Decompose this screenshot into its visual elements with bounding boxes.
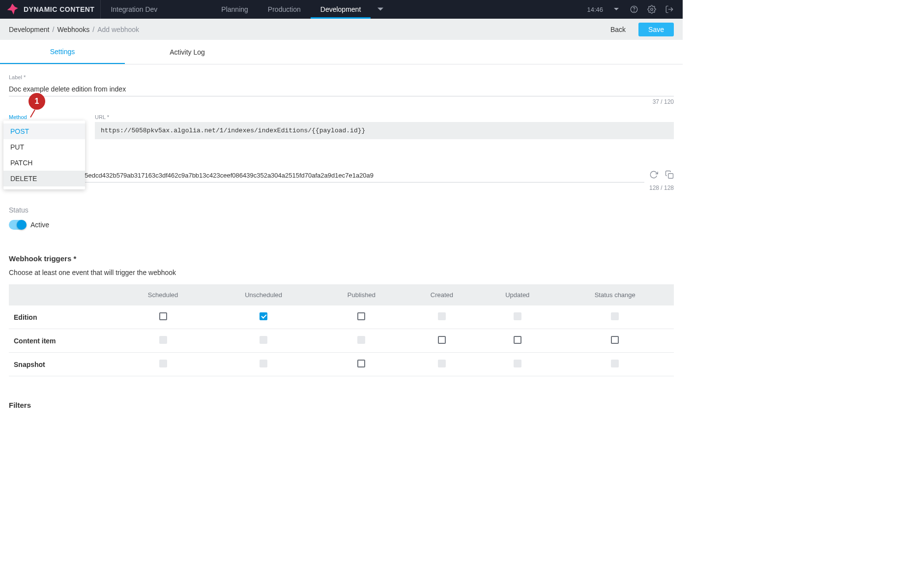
method-option-post[interactable]: POST — [3, 123, 85, 139]
trigger-cell — [117, 353, 209, 376]
trigger-cell — [405, 353, 479, 376]
trigger-cell — [405, 329, 479, 353]
copy-secret-icon[interactable] — [665, 170, 674, 181]
trigger-checkbox-disabled — [159, 360, 167, 367]
triggers-header-blank — [9, 284, 117, 305]
trigger-checkbox-disabled — [260, 360, 267, 367]
label-char-counter: 37 / 120 — [9, 98, 674, 105]
trigger-cell — [209, 353, 318, 376]
secret-actions — [649, 170, 674, 181]
trigger-cell — [479, 353, 556, 376]
trigger-checkbox[interactable] — [357, 360, 365, 367]
method-option-delete[interactable]: DELETE — [3, 171, 85, 186]
tab-settings[interactable]: Settings — [0, 40, 125, 64]
trigger-checkbox[interactable] — [514, 336, 521, 344]
status-label: Status — [9, 206, 674, 214]
trigger-checkbox-disabled — [611, 360, 619, 367]
method-option-put[interactable]: PUT — [3, 139, 85, 155]
tab-activity-log[interactable]: Activity Log — [125, 40, 250, 64]
trigger-row-name: Snapshot — [9, 353, 117, 376]
breadcrumb-sep: / — [53, 26, 55, 33]
triggers-header-status-change: Status change — [556, 284, 674, 305]
trigger-row-name: Edition — [9, 305, 117, 329]
trigger-cell — [209, 305, 318, 329]
trigger-row: Content item — [9, 329, 674, 353]
breadcrumb-mid[interactable]: Webhooks — [57, 26, 89, 33]
triggers-header-unscheduled: Unscheduled — [209, 284, 318, 305]
trigger-checkbox[interactable] — [438, 336, 446, 344]
clock: 14:46 — [587, 6, 603, 13]
nav-tab-planning[interactable]: Planning — [211, 0, 258, 19]
trigger-checkbox[interactable] — [260, 312, 267, 320]
triggers-header-created: Created — [405, 284, 479, 305]
settings-icon[interactable] — [647, 5, 656, 14]
brand-area: DYNAMIC CONTENT — [0, 0, 101, 19]
secret-value: '25b62e1aab9e95a984d145edcd432b579ab3171… — [9, 169, 644, 183]
trigger-checkbox-disabled — [357, 336, 365, 344]
hub-selector[interactable]: Integration Dev — [101, 5, 167, 13]
regenerate-secret-icon[interactable] — [649, 170, 658, 181]
method-field: Method POST PUT PATCH DELETE — [9, 114, 86, 122]
secret-char-counter: 128 / 128 — [9, 184, 674, 191]
breadcrumb-root[interactable]: Development — [9, 26, 50, 33]
url-field: URL * — [95, 114, 674, 139]
trigger-checkbox-disabled — [438, 360, 446, 367]
triggers-header-published: Published — [318, 284, 405, 305]
status-toggle-knob — [17, 220, 27, 230]
svg-rect-5 — [668, 174, 673, 179]
trigger-checkbox[interactable] — [159, 312, 167, 320]
trigger-cell — [556, 329, 674, 353]
triggers-title: Webhook triggers * — [9, 254, 674, 263]
nav-tab-development[interactable]: Development — [311, 0, 371, 19]
status-toggle[interactable] — [9, 220, 26, 230]
trigger-checkbox-disabled — [159, 336, 167, 344]
breadcrumb-sep: / — [92, 26, 94, 33]
label-input[interactable] — [9, 82, 674, 96]
url-input[interactable] — [95, 122, 674, 139]
breadcrumb-current: Add webhook — [97, 26, 139, 33]
trigger-row-name: Content item — [9, 329, 117, 353]
method-dropdown: POST PUT PATCH DELETE — [3, 121, 85, 189]
secret-field: '25b62e1aab9e95a984d145edcd432b579ab3171… — [9, 169, 674, 191]
trigger-cell — [318, 353, 405, 376]
trigger-checkbox[interactable] — [611, 336, 619, 344]
svg-point-2 — [634, 11, 635, 11]
save-button[interactable]: Save — [638, 23, 674, 36]
status-text: Active — [30, 221, 49, 229]
nav-more-dropdown[interactable] — [371, 0, 390, 19]
brand-text: DYNAMIC CONTENT — [24, 5, 94, 13]
back-button[interactable]: Back — [604, 23, 633, 36]
main-nav-tabs: Planning Production Development — [211, 0, 390, 19]
trigger-cell — [318, 305, 405, 329]
annotation-number: 1 — [35, 97, 39, 106]
time-dropdown-icon[interactable] — [612, 5, 621, 14]
triggers-subtitle: Choose at least one event that will trig… — [9, 269, 674, 276]
svg-marker-0 — [7, 3, 18, 14]
webhook-form: Label * 37 / 120 1 Method POST PUT PATCH… — [0, 64, 683, 427]
brand-logo-icon — [6, 3, 19, 16]
svg-point-3 — [651, 8, 653, 11]
trigger-cell — [479, 329, 556, 353]
logout-icon[interactable] — [665, 5, 674, 14]
url-field-label: URL * — [95, 114, 674, 120]
trigger-checkbox-disabled — [514, 312, 521, 320]
annotation-marker-1: 1 — [29, 93, 45, 110]
trigger-cell — [556, 305, 674, 329]
triggers-table: Scheduled Unscheduled Published Created … — [9, 284, 674, 376]
status-section: Status Active — [9, 206, 674, 230]
filters-title: Filters — [9, 401, 674, 409]
trigger-checkbox-disabled — [611, 312, 619, 320]
nav-tab-production[interactable]: Production — [258, 0, 311, 19]
inner-tabs: Settings Activity Log — [0, 40, 683, 64]
method-field-label: Method — [9, 114, 86, 120]
triggers-header-updated: Updated — [479, 284, 556, 305]
trigger-cell — [209, 329, 318, 353]
trigger-cell — [556, 353, 674, 376]
trigger-checkbox[interactable] — [357, 312, 365, 320]
method-option-patch[interactable]: PATCH — [3, 155, 85, 171]
trigger-cell — [117, 305, 209, 329]
help-icon[interactable] — [630, 5, 638, 14]
trigger-cell — [117, 329, 209, 353]
method-url-row: Method POST PUT PATCH DELETE URL * — [9, 114, 674, 139]
trigger-checkbox-disabled — [514, 360, 521, 367]
